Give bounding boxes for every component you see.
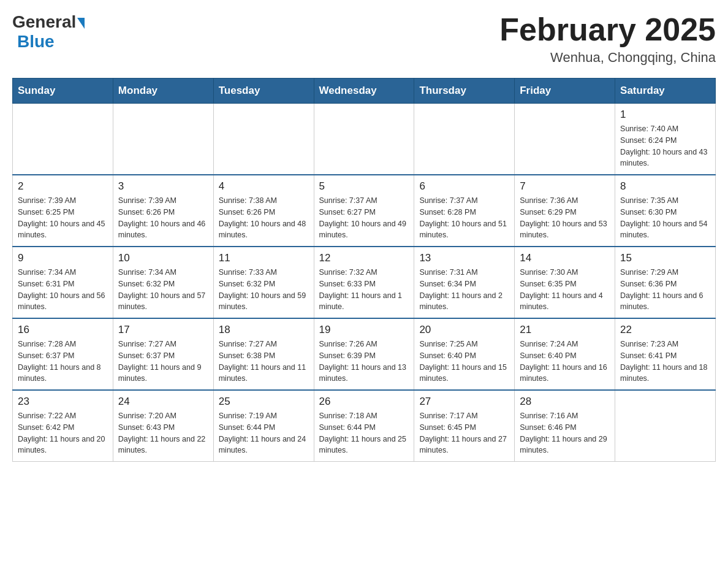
calendar-cell: 4Sunrise: 7:38 AMSunset: 6:26 PMDaylight… (213, 175, 314, 247)
calendar-cell: 15Sunrise: 7:29 AMSunset: 6:36 PMDayligh… (615, 247, 716, 318)
day-number: 26 (319, 396, 409, 408)
logo-arrow-icon (77, 18, 85, 29)
page-header: General Blue February 2025 Wenhua, Chong… (12, 12, 716, 66)
calendar-cell: 28Sunrise: 7:16 AMSunset: 6:46 PMDayligh… (515, 390, 615, 462)
calendar-cell: 2Sunrise: 7:39 AMSunset: 6:25 PMDaylight… (13, 175, 113, 247)
location-text: Wenhua, Chongqing, China (499, 50, 716, 66)
day-number: 8 (620, 180, 710, 193)
calendar-cell: 17Sunrise: 7:27 AMSunset: 6:37 PMDayligh… (113, 318, 213, 390)
day-number: 27 (419, 396, 509, 408)
logo-general-text: General (12, 12, 76, 32)
month-title: February 2025 (499, 12, 716, 47)
day-number: 23 (18, 396, 108, 408)
day-info: Sunrise: 7:29 AMSunset: 6:36 PMDaylight:… (620, 267, 710, 313)
day-number: 10 (118, 252, 208, 264)
day-info: Sunrise: 7:35 AMSunset: 6:30 PMDaylight:… (620, 195, 710, 241)
day-number: 2 (18, 180, 108, 193)
day-info: Sunrise: 7:24 AMSunset: 6:40 PMDaylight:… (520, 339, 610, 385)
calendar-table: SundayMondayTuesdayWednesdayThursdayFrid… (12, 78, 716, 462)
day-number: 1 (620, 109, 710, 121)
day-info: Sunrise: 7:28 AMSunset: 6:37 PMDaylight:… (18, 339, 108, 385)
day-info: Sunrise: 7:27 AMSunset: 6:38 PMDaylight:… (219, 339, 309, 385)
day-number: 5 (319, 180, 409, 193)
title-area: February 2025 Wenhua, Chongqing, China (499, 12, 716, 66)
day-info: Sunrise: 7:18 AMSunset: 6:44 PMDaylight:… (319, 410, 409, 456)
day-number: 7 (520, 180, 610, 193)
day-info: Sunrise: 7:40 AMSunset: 6:24 PMDaylight:… (620, 123, 710, 169)
day-info: Sunrise: 7:33 AMSunset: 6:32 PMDaylight:… (219, 267, 309, 313)
calendar-cell: 25Sunrise: 7:19 AMSunset: 6:44 PMDayligh… (213, 390, 314, 462)
calendar-cell: 13Sunrise: 7:31 AMSunset: 6:34 PMDayligh… (414, 247, 515, 318)
day-number: 6 (419, 180, 509, 193)
calendar-cell: 18Sunrise: 7:27 AMSunset: 6:38 PMDayligh… (213, 318, 314, 390)
day-number: 16 (18, 324, 108, 336)
day-number: 18 (219, 324, 309, 336)
calendar-week-row: 23Sunrise: 7:22 AMSunset: 6:42 PMDayligh… (13, 390, 716, 462)
calendar-header-row: SundayMondayTuesdayWednesdayThursdayFrid… (13, 79, 716, 104)
day-info: Sunrise: 7:31 AMSunset: 6:34 PMDaylight:… (419, 267, 509, 313)
calendar-cell: 24Sunrise: 7:20 AMSunset: 6:43 PMDayligh… (113, 390, 213, 462)
calendar-week-row: 2Sunrise: 7:39 AMSunset: 6:25 PMDaylight… (13, 175, 716, 247)
day-info: Sunrise: 7:26 AMSunset: 6:39 PMDaylight:… (319, 339, 409, 385)
day-info: Sunrise: 7:17 AMSunset: 6:45 PMDaylight:… (419, 410, 509, 456)
logo-blue-text: Blue (17, 32, 55, 52)
calendar-cell (113, 104, 213, 175)
day-number: 3 (118, 180, 208, 193)
calendar-header-friday: Friday (515, 79, 615, 104)
calendar-cell (213, 104, 314, 175)
calendar-cell: 5Sunrise: 7:37 AMSunset: 6:27 PMDaylight… (314, 175, 414, 247)
calendar-cell: 27Sunrise: 7:17 AMSunset: 6:45 PMDayligh… (414, 390, 515, 462)
day-number: 24 (118, 396, 208, 408)
calendar-cell: 12Sunrise: 7:32 AMSunset: 6:33 PMDayligh… (314, 247, 414, 318)
day-info: Sunrise: 7:20 AMSunset: 6:43 PMDaylight:… (118, 410, 208, 456)
calendar-header-tuesday: Tuesday (213, 79, 314, 104)
calendar-header-thursday: Thursday (414, 79, 515, 104)
day-number: 28 (520, 396, 610, 408)
day-info: Sunrise: 7:39 AMSunset: 6:26 PMDaylight:… (118, 195, 208, 241)
calendar-cell: 1Sunrise: 7:40 AMSunset: 6:24 PMDaylight… (615, 104, 716, 175)
calendar-cell: 23Sunrise: 7:22 AMSunset: 6:42 PMDayligh… (13, 390, 113, 462)
calendar-cell: 26Sunrise: 7:18 AMSunset: 6:44 PMDayligh… (314, 390, 414, 462)
day-number: 19 (319, 324, 409, 336)
calendar-cell: 16Sunrise: 7:28 AMSunset: 6:37 PMDayligh… (13, 318, 113, 390)
calendar-week-row: 1Sunrise: 7:40 AMSunset: 6:24 PMDaylight… (13, 104, 716, 175)
day-number: 12 (319, 252, 409, 264)
calendar-cell: 20Sunrise: 7:25 AMSunset: 6:40 PMDayligh… (414, 318, 515, 390)
calendar-cell: 7Sunrise: 7:36 AMSunset: 6:29 PMDaylight… (515, 175, 615, 247)
calendar-cell: 22Sunrise: 7:23 AMSunset: 6:41 PMDayligh… (615, 318, 716, 390)
calendar-header-sunday: Sunday (13, 79, 113, 104)
calendar-cell (615, 390, 716, 462)
day-info: Sunrise: 7:25 AMSunset: 6:40 PMDaylight:… (419, 339, 509, 385)
calendar-header-saturday: Saturday (615, 79, 716, 104)
calendar-header-monday: Monday (113, 79, 213, 104)
day-info: Sunrise: 7:27 AMSunset: 6:37 PMDaylight:… (118, 339, 208, 385)
day-info: Sunrise: 7:34 AMSunset: 6:31 PMDaylight:… (18, 267, 108, 313)
day-info: Sunrise: 7:19 AMSunset: 6:44 PMDaylight:… (219, 410, 309, 456)
day-number: 4 (219, 180, 309, 193)
day-info: Sunrise: 7:36 AMSunset: 6:29 PMDaylight:… (520, 195, 610, 241)
calendar-cell: 14Sunrise: 7:30 AMSunset: 6:35 PMDayligh… (515, 247, 615, 318)
calendar-cell (414, 104, 515, 175)
calendar-cell: 9Sunrise: 7:34 AMSunset: 6:31 PMDaylight… (13, 247, 113, 318)
day-info: Sunrise: 7:30 AMSunset: 6:35 PMDaylight:… (520, 267, 610, 313)
calendar-cell: 3Sunrise: 7:39 AMSunset: 6:26 PMDaylight… (113, 175, 213, 247)
day-number: 20 (419, 324, 509, 336)
day-number: 17 (118, 324, 208, 336)
day-info: Sunrise: 7:34 AMSunset: 6:32 PMDaylight:… (118, 267, 208, 313)
calendar-cell: 21Sunrise: 7:24 AMSunset: 6:40 PMDayligh… (515, 318, 615, 390)
logo: General Blue (12, 12, 85, 52)
day-info: Sunrise: 7:37 AMSunset: 6:27 PMDaylight:… (319, 195, 409, 241)
calendar-cell: 11Sunrise: 7:33 AMSunset: 6:32 PMDayligh… (213, 247, 314, 318)
logo-general: General (12, 12, 85, 32)
day-number: 21 (520, 324, 610, 336)
day-info: Sunrise: 7:38 AMSunset: 6:26 PMDaylight:… (219, 195, 309, 241)
day-info: Sunrise: 7:37 AMSunset: 6:28 PMDaylight:… (419, 195, 509, 241)
calendar-week-row: 9Sunrise: 7:34 AMSunset: 6:31 PMDaylight… (13, 247, 716, 318)
day-info: Sunrise: 7:16 AMSunset: 6:46 PMDaylight:… (520, 410, 610, 456)
calendar-cell: 6Sunrise: 7:37 AMSunset: 6:28 PMDaylight… (414, 175, 515, 247)
day-number: 22 (620, 324, 710, 336)
calendar-cell (314, 104, 414, 175)
day-number: 15 (620, 252, 710, 264)
calendar-cell (13, 104, 113, 175)
day-info: Sunrise: 7:39 AMSunset: 6:25 PMDaylight:… (18, 195, 108, 241)
